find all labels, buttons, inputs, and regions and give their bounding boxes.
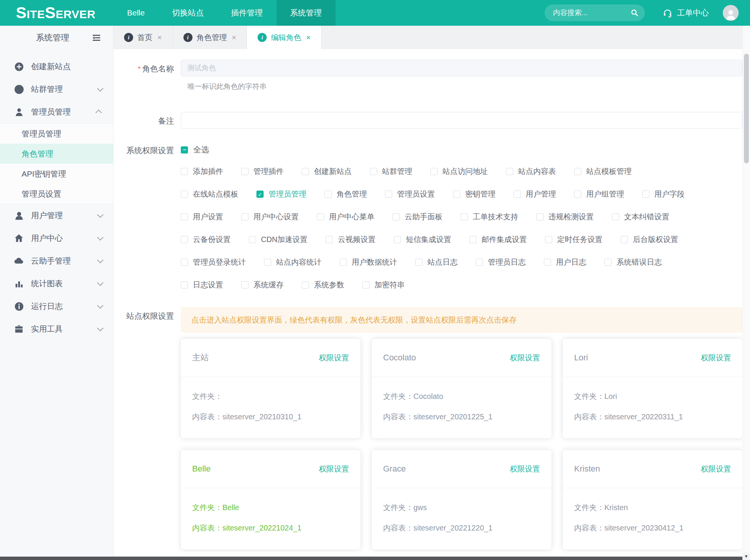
permission-checkbox[interactable]: 定时任务设置 [545,234,602,245]
checkbox-icon[interactable] [430,168,438,175]
sidebar-subitem-admin-settings[interactable]: 管理员设置 [0,184,113,204]
permission-checkbox[interactable]: 用户数据统计 [340,257,397,267]
permission-checkbox[interactable]: 系统缓存 [241,280,284,290]
checkbox-icon[interactable] [317,213,324,220]
sidebar-item-admin-management[interactable]: 管理员管理 [0,101,113,123]
checkbox-icon[interactable] [326,236,333,243]
checkbox-icon[interactable] [249,236,256,243]
menu-collapse-icon[interactable] [92,34,101,42]
checkbox-icon[interactable] [302,281,309,289]
permission-settings-link[interactable]: 权限设置 [319,464,349,474]
permission-checkbox[interactable]: 站群管理 [370,166,412,177]
checkbox-icon[interactable] [544,259,551,266]
checkbox-icon[interactable] [574,191,581,198]
search-icon[interactable] [630,9,639,17]
checkbox-icon[interactable] [241,281,248,289]
nav-item-switch-site[interactable]: 切换站点 [158,0,217,26]
sidebar-item-create-site[interactable]: 创建新站点 [0,55,113,78]
checkbox-icon[interactable] [264,259,271,266]
permission-checkbox[interactable]: 站点模板管理 [574,166,632,177]
checkbox-icon[interactable] [325,191,332,198]
checkbox-icon[interactable] [362,281,370,289]
vertical-scrollbar[interactable] [742,26,750,552]
permission-checkbox[interactable]: 加密符串 [362,280,405,290]
permission-checkbox[interactable]: 用户组管理 [574,189,624,199]
permission-settings-link[interactable]: 权限设置 [510,353,540,363]
tab-edit-role[interactable]: i 编辑角色 × [247,26,321,49]
permission-checkbox[interactable]: 日志设置 [181,280,223,290]
permission-settings-link[interactable]: 权限设置 [319,353,349,363]
permission-checkbox[interactable]: 系统参数 [302,280,344,290]
permission-checkbox[interactable]: 管理员设置 [385,189,435,199]
checkbox-icon[interactable] [181,191,188,198]
nav-item-belle[interactable]: Belle [113,0,158,26]
checkbox-icon[interactable] [621,236,628,243]
nav-item-system-management[interactable]: 系统管理 [276,0,335,26]
permission-checkbox[interactable]: 创建新站点 [302,166,352,177]
checkbox-icon[interactable] [536,213,543,220]
sidebar-subitem-admin-management[interactable]: 管理员管理 [0,124,113,144]
checkbox-icon[interactable] [514,191,521,198]
checkbox-icon[interactable] [241,213,248,220]
permission-checkbox[interactable]: 站点日志 [415,257,458,267]
permission-checkbox[interactable]: 云备份设置 [181,234,231,245]
note-input[interactable] [181,112,742,129]
sidebar-item-utilities[interactable]: 实用工具 [0,318,113,340]
checkbox-icon[interactable] [642,191,649,198]
close-icon[interactable]: × [157,33,162,42]
permission-checkbox[interactable]: 管理员登录统计 [181,257,246,267]
permission-checkbox[interactable]: 短信集成设置 [394,234,451,245]
select-all-checkbox[interactable]: − 全选 [181,144,742,155]
permission-checkbox[interactable]: 角色管理 [325,189,367,199]
permission-checkbox[interactable]: 用户中心菜单 [317,212,374,222]
permission-checkbox[interactable]: 用户字段 [642,189,685,199]
siteserver-logo[interactable]: SiteServer [0,4,113,22]
sidebar-item-user-center[interactable]: 用户中心 [0,227,113,250]
sidebar-item-site-group[interactable]: 站群管理 [0,78,113,101]
work-order-center[interactable]: 工单中心 [663,0,709,26]
sidebar-item-run-logs[interactable]: 运行日志 [0,295,113,318]
checkbox-icon[interactable] [340,259,347,266]
checkbox-icon[interactable] [604,259,612,266]
checkbox-icon[interactable] [476,259,483,266]
permission-checkbox[interactable]: 违规检测设置 [536,212,594,222]
checkbox-icon[interactable] [394,236,401,243]
checkbox-icon[interactable] [453,191,460,198]
permission-settings-link[interactable]: 权限设置 [510,464,540,474]
checkbox-icon[interactable] [461,213,468,220]
checkbox-icon[interactable] [302,168,309,175]
permission-checkbox[interactable]: 站点访问地址 [430,166,488,177]
checkbox-icon[interactable] [181,168,188,175]
tab-role-management[interactable]: i 角色管理 × [173,26,247,49]
checkbox-icon[interactable] [241,168,248,175]
nav-item-plugin-management[interactable]: 插件管理 [217,0,276,26]
tab-home[interactable]: i 首页 × [113,26,173,49]
sidebar-item-user-management[interactable]: 用户管理 [0,204,113,227]
checkbox-icon[interactable]: ✓ [256,191,264,198]
permission-checkbox[interactable]: 管理插件 [241,166,284,177]
permission-checkbox[interactable]: 工单技术支持 [461,212,518,222]
scroll-down-arrow[interactable]: ▼ [742,552,750,560]
permission-checkbox[interactable]: CDN加速设置 [249,234,307,245]
permission-checkbox[interactable]: ✓ 管理员管理 [256,189,306,199]
permission-checkbox[interactable]: 管理员日志 [476,257,526,267]
permission-checkbox[interactable]: 文本纠错设置 [612,212,669,222]
checkbox-icon[interactable] [370,168,377,175]
search-input[interactable] [553,9,630,17]
permission-checkbox[interactable]: 用户管理 [514,189,556,199]
close-icon[interactable]: × [306,33,311,42]
checkbox-icon[interactable] [574,168,581,175]
scrollbar-thumb[interactable] [744,54,749,163]
checkbox-icon[interactable] [181,259,188,266]
permission-checkbox[interactable]: 云助手面板 [393,212,443,222]
permission-checkbox[interactable]: 在线站点模板 [181,189,238,199]
checkbox-icon[interactable] [181,281,188,289]
permission-checkbox[interactable]: 用户设置 [181,212,223,222]
close-icon[interactable]: × [232,33,236,42]
permission-checkbox[interactable]: 站点内容统计 [264,257,321,267]
permission-checkbox[interactable]: 云视频设置 [326,234,376,245]
indeterminate-checkbox-icon[interactable]: − [181,146,188,154]
checkbox-icon[interactable] [612,213,619,220]
permission-checkbox[interactable]: 用户日志 [544,257,586,267]
permission-checkbox[interactable]: 密钥管理 [453,189,495,199]
